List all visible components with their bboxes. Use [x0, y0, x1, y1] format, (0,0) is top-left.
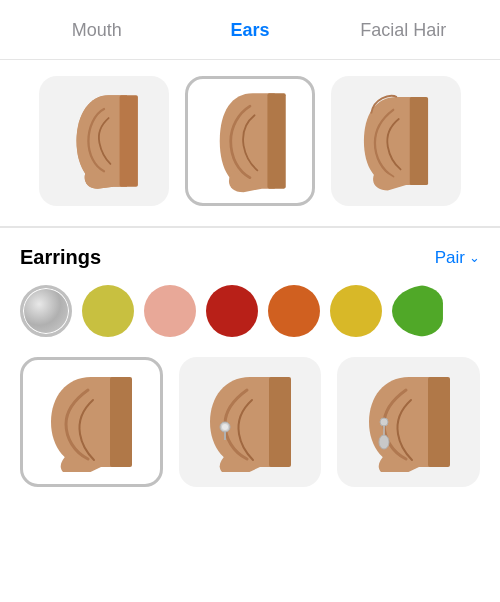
ear-shapes-row — [20, 76, 480, 206]
ear-shapes-section — [0, 60, 500, 227]
tab-ears[interactable]: Ears — [173, 16, 326, 45]
color-swatches-row — [20, 285, 480, 337]
svg-rect-3 — [110, 377, 132, 467]
earring-style-stud[interactable] — [179, 357, 322, 487]
ear-shape-2[interactable] — [185, 76, 315, 206]
color-swatch-orange[interactable] — [268, 285, 320, 337]
svg-rect-1 — [267, 93, 285, 188]
tab-mouth[interactable]: Mouth — [20, 16, 173, 45]
color-swatch-green[interactable] — [392, 285, 465, 337]
earring-style-drop[interactable] — [337, 357, 480, 487]
earrings-header: Earrings Pair ⌄ — [20, 246, 480, 269]
color-swatch-red[interactable] — [206, 285, 258, 337]
svg-rect-8 — [428, 377, 450, 467]
svg-point-9 — [380, 418, 388, 426]
earring-styles-row — [20, 357, 480, 487]
svg-rect-4 — [269, 377, 291, 467]
svg-point-11 — [379, 435, 389, 449]
earring-style-none[interactable] — [20, 357, 163, 487]
ear-shape-3[interactable] — [331, 76, 461, 206]
color-swatch-yellow-green[interactable] — [82, 285, 134, 337]
svg-rect-2 — [410, 97, 428, 185]
color-swatch-silver[interactable] — [20, 285, 72, 337]
earrings-title: Earrings — [20, 246, 101, 269]
earrings-section: Earrings Pair ⌄ — [0, 228, 500, 503]
chevron-down-icon: ⌄ — [469, 250, 480, 265]
color-swatch-peach[interactable] — [144, 285, 196, 337]
tab-facial-hair[interactable]: Facial Hair — [327, 16, 480, 45]
svg-rect-0 — [120, 95, 138, 187]
svg-point-6 — [222, 424, 228, 430]
tab-bar: Mouth Ears Facial Hair — [0, 0, 500, 60]
pair-selector[interactable]: Pair ⌄ — [435, 248, 480, 268]
pair-label: Pair — [435, 248, 465, 268]
color-swatch-yellow[interactable] — [330, 285, 382, 337]
ear-shape-1[interactable] — [39, 76, 169, 206]
